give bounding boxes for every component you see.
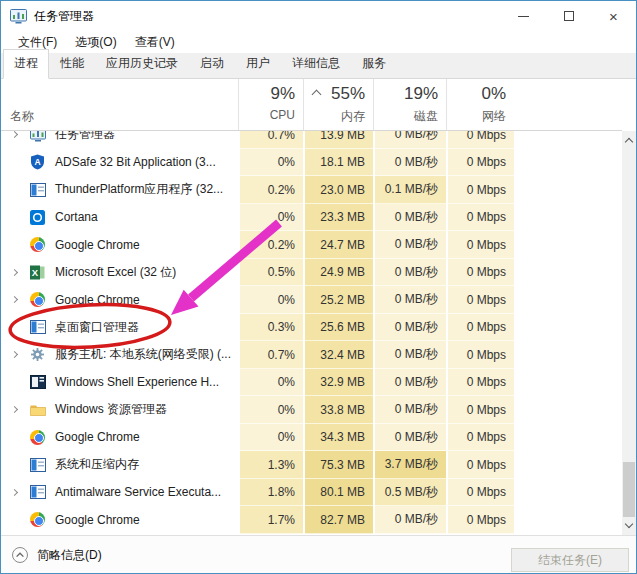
- tab-users[interactable]: 用户: [235, 49, 281, 79]
- process-row[interactable]: Windows Shell Experience H... 0% 32.9 MB…: [1, 369, 622, 397]
- memory-cell: 34.3 MB: [303, 424, 373, 452]
- maximize-button[interactable]: [546, 1, 591, 31]
- memory-cell: 24.7 MB: [303, 231, 373, 259]
- process-row[interactable]: Cortana 0% 23.3 MB 0 MB/秒 0 Mbps: [1, 204, 622, 232]
- cpu-cell: 0%: [238, 204, 303, 232]
- process-name: Google Chrome: [55, 238, 140, 252]
- process-name-cell: ThunderPlatform应用程序 (32...: [1, 176, 238, 204]
- disk-cell: 0 MB/秒: [373, 341, 446, 369]
- process-row[interactable]: 系统和压缩内存 1.3% 75.3 MB 3.7 MB/秒 0 Mbps: [1, 451, 622, 479]
- expand-chevron-icon[interactable]: [6, 407, 22, 412]
- cpu-cell: 1.3%: [238, 451, 303, 479]
- process-name: Cortana: [55, 210, 98, 224]
- column-header-disk[interactable]: 19% 磁盘: [373, 79, 446, 130]
- process-name-cell: X Microsoft Excel (32 位): [1, 259, 238, 287]
- minimize-button[interactable]: [501, 1, 546, 31]
- process-name: ADSafe 32 Bit Application (3...: [55, 155, 216, 169]
- network-cell: 0 Mbps: [446, 176, 514, 204]
- process-row[interactable]: Google Chrome 1.7% 82.7 MB 0 MB/秒 0 Mbps: [1, 506, 622, 534]
- expand-chevron-icon[interactable]: [6, 352, 22, 357]
- chrome-icon: [29, 511, 46, 528]
- process-name-cell: Google Chrome: [1, 424, 238, 452]
- column-header-network[interactable]: 0% 网络: [446, 79, 514, 130]
- scrollbar-thumb[interactable]: [623, 462, 635, 517]
- cpu-cell: 0.7%: [238, 131, 303, 149]
- process-row[interactable]: Google Chrome 0% 25.2 MB 0 MB/秒 0 Mbps: [1, 286, 622, 314]
- minimize-icon: [518, 16, 529, 17]
- cpu-cell: 0.5%: [238, 259, 303, 287]
- network-cell: 0 Mbps: [446, 451, 514, 479]
- excel-icon: X: [29, 264, 46, 281]
- process-name-cell: Google Chrome: [1, 506, 238, 534]
- close-button[interactable]: ×: [591, 1, 636, 31]
- disk-cell: 0 MB/秒: [373, 149, 446, 177]
- process-name-cell: Cortana: [1, 204, 238, 232]
- disk-cell: 0 MB/秒: [373, 369, 446, 397]
- process-name: 桌面窗口管理器: [55, 319, 139, 336]
- process-name-cell: Windows Shell Experience H...: [1, 369, 238, 397]
- window-icon: [29, 456, 46, 473]
- tab-processes[interactable]: 进程: [3, 49, 49, 79]
- process-row[interactable]: X Microsoft Excel (32 位) 0.5% 24.9 MB 0 …: [1, 259, 622, 287]
- cpu-cell: 0.7%: [238, 341, 303, 369]
- footer-bar: 简略信息(D) 结束任务(E): [1, 535, 636, 574]
- process-name: Microsoft Excel (32 位): [55, 264, 176, 281]
- tab-performance[interactable]: 性能: [49, 49, 95, 79]
- column-header-cpu[interactable]: 9% CPU: [238, 79, 303, 130]
- memory-cell: 13.9 MB: [303, 131, 373, 149]
- memory-cell: 33.8 MB: [303, 396, 373, 424]
- process-row[interactable]: Google Chrome 0.2% 24.7 MB 0 MB/秒 0 Mbps: [1, 231, 622, 259]
- process-row[interactable]: Antimalware Service Executa... 1.8% 80.1…: [1, 479, 622, 507]
- chrome-icon: [29, 291, 46, 308]
- process-name: Windows Shell Experience H...: [55, 375, 219, 389]
- network-cell: 0 Mbps: [446, 479, 514, 507]
- process-row[interactable]: 任务管理器 0.7% 13.9 MB 0 MB/秒 0 Mbps: [1, 131, 622, 149]
- process-name-cell: 系统和压缩内存: [1, 451, 238, 479]
- tab-app-history[interactable]: 应用历史记录: [95, 49, 189, 79]
- window-icon: [29, 484, 46, 501]
- disk-cell: 0 MB/秒: [373, 131, 446, 149]
- gear-icon: [29, 346, 46, 363]
- tab-services[interactable]: 服务: [351, 49, 397, 79]
- end-task-button[interactable]: 结束任务(E): [511, 548, 629, 572]
- expand-chevron-icon[interactable]: [6, 132, 22, 137]
- task-manager-app-icon: [10, 9, 27, 24]
- disk-cell: 0 MB/秒: [373, 286, 446, 314]
- process-name: Google Chrome: [55, 293, 140, 307]
- tab-startup[interactable]: 启动: [189, 49, 235, 79]
- memory-cell: 32.4 MB: [303, 341, 373, 369]
- expand-chevron-icon[interactable]: [6, 270, 22, 275]
- cpu-cell: 0%: [238, 396, 303, 424]
- memory-cell: 32.9 MB: [303, 369, 373, 397]
- cpu-cell: 0%: [238, 286, 303, 314]
- cpu-cell: 0%: [238, 149, 303, 177]
- vertical-scrollbar[interactable]: [622, 131, 636, 535]
- memory-cell: 25.2 MB: [303, 286, 373, 314]
- expand-chevron-icon[interactable]: [6, 490, 22, 495]
- process-row[interactable]: 服务主机: 本地系统(网络受限) (... 0.7% 32.4 MB 0 MB/…: [1, 341, 622, 369]
- scroll-up-button[interactable]: [622, 133, 636, 148]
- cpu-cell: 0.2%: [238, 231, 303, 259]
- memory-cell: 23.3 MB: [303, 204, 373, 232]
- memory-total-percent: 55%: [331, 84, 365, 104]
- network-cell: 0 Mbps: [446, 131, 514, 149]
- process-name: Windows 资源管理器: [55, 401, 167, 418]
- memory-cell: 25.6 MB: [303, 314, 373, 342]
- process-name: Antimalware Service Executa...: [55, 485, 221, 499]
- process-row-highlighted[interactable]: 桌面窗口管理器 0.3% 25.6 MB 0 MB/秒 0 Mbps: [1, 314, 622, 342]
- scroll-down-button[interactable]: [622, 518, 636, 533]
- column-header-name[interactable]: 名称: [1, 79, 238, 130]
- tab-details[interactable]: 详细信息: [281, 49, 351, 79]
- process-row[interactable]: ThunderPlatform应用程序 (32... 0.2% 23.0 MB …: [1, 176, 622, 204]
- folder-icon: [29, 401, 46, 418]
- fewer-details-toggle[interactable]: 简略信息(D): [11, 546, 102, 564]
- chevron-down-icon: [625, 520, 633, 528]
- network-cell: 0 Mbps: [446, 286, 514, 314]
- expand-chevron-icon[interactable]: [6, 297, 22, 302]
- chevron-up-icon: [625, 138, 633, 146]
- task-manager-window: 任务管理器 × 文件(F) 选项(O) 查看(V) 进程 性能 应用历史记录 启…: [0, 0, 637, 574]
- column-header-memory[interactable]: 55% 内存: [303, 79, 373, 130]
- process-row[interactable]: Windows 资源管理器 0% 33.8 MB 0 MB/秒 0 Mbps: [1, 396, 622, 424]
- process-row[interactable]: Google Chrome 0% 34.3 MB 0 MB/秒 0 Mbps: [1, 424, 622, 452]
- process-row[interactable]: A ADSafe 32 Bit Application (3... 0% 18.…: [1, 149, 622, 177]
